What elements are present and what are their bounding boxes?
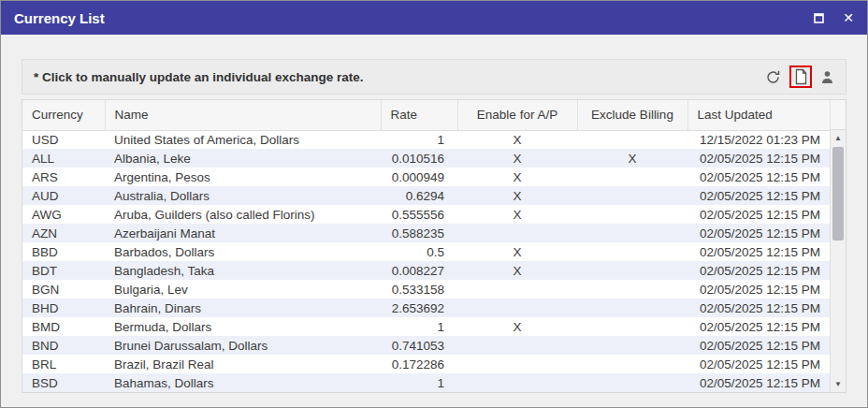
export-icon [820,69,834,85]
cell-enable-ap: X [457,149,577,168]
cell-enable-ap: X [457,261,577,280]
cell-currency: BSD [22,373,105,392]
cell-exclude-billing [577,224,687,242]
table-row[interactable]: BND Brunei Darussalam, Dollars 0.741053 … [22,336,830,355]
column-header-name[interactable]: Name [105,100,381,130]
cell-last-updated: 02/05/2025 12:15 PM [687,261,830,280]
cell-enable-ap: X [457,186,577,205]
cell-name: Bermuda, Dollars [105,317,381,336]
titlebar: Currency List ✕ [1,1,867,35]
scroll-up-arrow[interactable]: ▲ [831,130,846,146]
cell-name: Brunei Darussalam, Dollars [105,336,381,355]
table-row[interactable]: AZN Azerbaijani Manat 0.588235 02/05/202… [22,224,830,242]
cell-name: Argentina, Pesos [105,168,381,186]
vertical-scrollbar[interactable]: ▲ ▼ [830,130,846,392]
column-header-exclude-billing[interactable]: Exclude Billing [577,100,687,130]
maximize-button[interactable] [814,13,824,23]
cell-enable-ap: X [457,317,577,336]
currency-table-panel: Currency Name Rate Enable for A/P Exclud… [22,99,846,393]
currency-table: Currency Name Rate Enable for A/P Exclud… [22,100,830,392]
cell-exclude-billing [577,355,687,373]
copy-document-icon [794,68,807,85]
table-row[interactable]: BMD Bermuda, Dollars 1 X 02/05/2025 12:1… [22,317,830,336]
cell-name: Bulgaria, Lev [105,280,381,299]
table-row[interactable]: BDT Bangladesh, Taka 0.008227 X 02/05/20… [22,261,830,280]
cell-rate: 0.533158 [381,280,457,299]
cell-name: Brazil, Brazil Real [105,355,381,373]
cell-exclude-billing [577,261,687,280]
toolbar-icons [763,66,836,88]
toolbar: * Click to manually update an individual… [22,59,846,95]
cell-enable-ap: X [457,242,577,261]
cell-rate: 0.010516 [381,149,457,168]
cell-rate: 0.588235 [381,224,457,242]
cell-exclude-billing [577,336,687,355]
cell-name: Bahamas, Dollars [105,373,381,392]
table-row[interactable]: BRL Brazil, Brazil Real 0.172286 02/05/2… [22,355,830,373]
cell-last-updated: 02/05/2025 12:15 PM [687,224,830,242]
cell-rate: 0.5 [381,242,457,261]
table-row[interactable]: USD United States of America, Dollars 1 … [22,130,830,149]
refresh-button[interactable] [763,68,783,86]
cell-last-updated: 02/05/2025 12:15 PM [687,149,830,168]
cell-name: Australia, Dollars [105,186,381,205]
cell-rate: 0.000949 [381,168,457,186]
cell-last-updated: 02/05/2025 12:15 PM [687,205,830,224]
column-header-currency[interactable]: Currency [22,100,105,130]
cell-last-updated: 02/05/2025 12:15 PM [687,280,830,299]
cell-name: Barbados, Dollars [105,242,381,261]
scrollbar-corner [830,100,846,130]
cell-exclude-billing [577,168,687,186]
column-header-rate[interactable]: Rate [381,100,457,130]
copy-document-button[interactable] [789,66,812,88]
toolbar-note: * Click to manually update an individual… [34,70,364,84]
scrollbar-thumb[interactable] [832,147,844,240]
table-row[interactable]: AWG Aruba, Guilders (also called Florins… [22,205,830,224]
table-row[interactable]: AUD Australia, Dollars 0.6294 X 02/05/20… [22,186,830,205]
cell-exclude-billing [577,373,687,392]
cell-currency: USD [22,130,105,149]
cell-exclude-billing [577,317,687,336]
table-row[interactable]: ALL Albania, Leke 0.010516 X X 02/05/202… [22,149,830,168]
close-button[interactable]: ✕ [843,11,854,24]
cell-currency: BGN [22,280,105,299]
cell-currency: AUD [22,186,105,205]
table-row[interactable]: BGN Bulgaria, Lev 0.533158 02/05/2025 12… [22,280,830,299]
cell-rate: 0.741053 [381,336,457,355]
cell-enable-ap: X [457,130,577,149]
cell-currency: BDT [22,261,105,280]
cell-last-updated: 02/05/2025 12:15 PM [687,317,830,336]
cell-exclude-billing [577,280,687,299]
cell-rate: 0.008227 [381,261,457,280]
cell-currency: AZN [22,224,105,242]
cell-exclude-billing [577,186,687,205]
cell-currency: BHD [22,299,105,317]
cell-currency: ARS [22,168,105,186]
cell-exclude-billing [577,130,687,149]
cell-exclude-billing [577,205,687,224]
table-row[interactable]: BBD Barbados, Dollars 0.5 X 02/05/2025 1… [22,242,830,261]
cell-rate: 0.555556 [381,205,457,224]
scroll-down-arrow[interactable]: ▼ [831,376,846,392]
table-row[interactable]: BSD Bahamas, Dollars 1 02/05/2025 12:15 … [22,373,830,392]
cell-exclude-billing: X [577,149,687,168]
cell-enable-ap: X [457,205,577,224]
cell-rate: 1 [381,373,457,392]
cell-currency: ALL [22,149,105,168]
cell-last-updated: 02/05/2025 12:15 PM [687,336,830,355]
cell-name: Azerbaijani Manat [105,224,381,242]
cell-last-updated: 12/15/2022 01:23 PM [687,130,830,149]
cell-enable-ap [457,224,577,242]
maximize-icon [814,13,824,23]
cell-enable-ap [457,336,577,355]
column-header-last-updated[interactable]: Last Updated [687,100,830,130]
export-button[interactable] [818,68,836,86]
cell-name: Albania, Leke [105,149,381,168]
cell-name: Bangladesh, Taka [105,261,381,280]
table-row[interactable]: BHD Bahrain, Dinars 2.653692 02/05/2025 … [22,299,830,317]
cell-last-updated: 02/05/2025 12:15 PM [687,373,830,392]
cell-name: United States of America, Dollars [105,130,381,149]
column-header-enable-ap[interactable]: Enable for A/P [457,100,577,130]
table-row[interactable]: ARS Argentina, Pesos 0.000949 X 02/05/20… [22,168,830,186]
cell-last-updated: 02/05/2025 12:15 PM [687,168,830,186]
